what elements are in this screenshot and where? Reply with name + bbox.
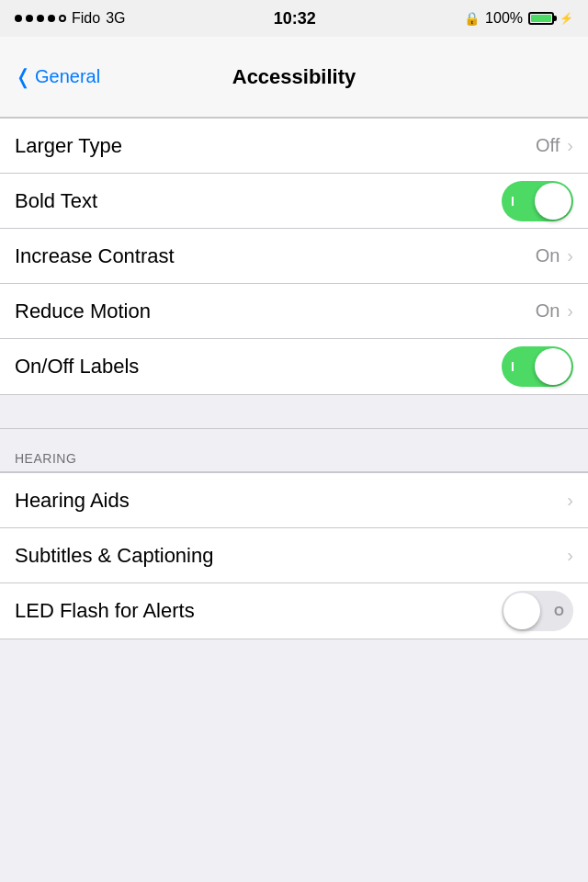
- bold-text-toggle[interactable]: I: [502, 181, 573, 221]
- onoff-labels-row[interactable]: On/Off Labels I: [0, 339, 588, 394]
- section-gap: [0, 395, 588, 428]
- subtitles-captioning-label: Subtitles & Captioning: [15, 544, 213, 568]
- increase-contrast-label: Increase Contrast: [15, 244, 175, 268]
- signal-dot: [37, 15, 44, 22]
- lock-icon: 🔒: [464, 11, 480, 26]
- toggle-on-label: I: [511, 194, 514, 209]
- led-flash-right: O: [502, 591, 573, 631]
- reduce-motion-right: On ›: [536, 300, 573, 322]
- subtitles-captioning-right: ›: [567, 545, 573, 566]
- battery-fill: [531, 15, 551, 22]
- signal-dot: [48, 15, 55, 22]
- signal-dot-empty: [59, 15, 66, 22]
- led-flash-row[interactable]: LED Flash for Alerts O: [0, 583, 588, 639]
- larger-type-value: Off: [536, 135, 560, 156]
- hearing-settings-group: Hearing Aids › Subtitles & Captioning › …: [0, 472, 588, 639]
- signal-icon: [15, 15, 66, 22]
- led-flash-toggle[interactable]: O: [502, 591, 573, 631]
- hearing-aids-right: ›: [567, 490, 573, 511]
- back-label: General: [35, 66, 100, 87]
- signal-dot: [15, 15, 22, 22]
- battery-percent: 100%: [485, 10, 523, 27]
- hearing-header-label: HEARING: [15, 451, 76, 466]
- reduce-motion-chevron-icon: ›: [567, 300, 573, 322]
- status-left: Fido 3G: [15, 10, 125, 27]
- carrier-name: Fido: [72, 10, 100, 27]
- toggle-on-label: I: [511, 359, 514, 374]
- increase-contrast-chevron-icon: ›: [567, 245, 573, 266]
- reduce-motion-value: On: [536, 300, 560, 322]
- subtitles-captioning-row[interactable]: Subtitles & Captioning ›: [0, 528, 588, 583]
- subtitles-captioning-chevron-icon: ›: [567, 545, 573, 566]
- onoff-labels-right: I: [502, 346, 573, 387]
- bold-text-right: I: [502, 181, 573, 221]
- status-time: 10:32: [274, 9, 316, 28]
- bold-text-label: Bold Text: [15, 189, 97, 213]
- onoff-labels-toggle[interactable]: I: [502, 346, 573, 387]
- toggle-off-label: O: [554, 604, 564, 618]
- hearing-aids-row[interactable]: Hearing Aids ›: [0, 473, 588, 528]
- larger-type-label: Larger Type: [15, 134, 122, 158]
- hearing-section-header: HEARING: [0, 428, 588, 472]
- led-flash-label: LED Flash for Alerts: [15, 599, 195, 623]
- toggle-knob: [535, 183, 571, 220]
- nav-bar: ❬ General Accessibility: [0, 37, 588, 118]
- bold-text-row[interactable]: Bold Text I: [0, 174, 588, 229]
- reduce-motion-label: Reduce Motion: [15, 300, 151, 323]
- increase-contrast-value: On: [536, 245, 560, 266]
- onoff-labels-label: On/Off Labels: [15, 355, 139, 379]
- status-bar: Fido 3G 10:32 🔒 100% ⚡: [0, 0, 588, 37]
- hearing-aids-chevron-icon: ›: [567, 490, 573, 511]
- vision-settings-group: Larger Type Off › Bold Text I Increase C…: [0, 118, 588, 395]
- larger-type-chevron-icon: ›: [567, 135, 573, 156]
- back-button[interactable]: ❬ General: [15, 66, 100, 87]
- toggle-knob: [535, 348, 571, 385]
- battery-icon: [528, 12, 554, 25]
- larger-type-row[interactable]: Larger Type Off ›: [0, 119, 588, 174]
- toggle-knob: [503, 593, 540, 629]
- network-type: 3G: [106, 10, 125, 27]
- signal-dot: [26, 15, 33, 22]
- reduce-motion-row[interactable]: Reduce Motion On ›: [0, 284, 588, 339]
- back-chevron-icon: ❬: [15, 67, 31, 87]
- status-right: 🔒 100% ⚡: [464, 10, 573, 27]
- hearing-aids-label: Hearing Aids: [15, 489, 130, 513]
- larger-type-right: Off ›: [536, 135, 573, 156]
- increase-contrast-row[interactable]: Increase Contrast On ›: [0, 229, 588, 284]
- page-title: Accessibility: [232, 65, 356, 89]
- increase-contrast-right: On ›: [536, 245, 573, 266]
- charging-icon: ⚡: [560, 12, 573, 25]
